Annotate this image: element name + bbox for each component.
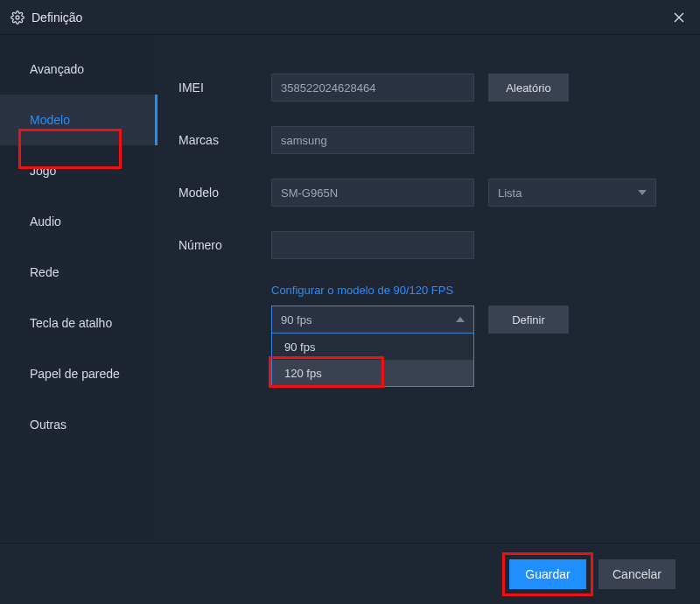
sidebar-item-shortcut[interactable]: Tecla de atalho (0, 298, 158, 348)
fps-dropdown-list: 90 fps 120 fps (271, 334, 474, 387)
footer: Guardar Cancelar (0, 543, 700, 604)
sidebar-item-model[interactable]: Modelo (0, 95, 158, 145)
imei-label: IMEI (178, 81, 271, 95)
model-label: Modelo (178, 186, 271, 200)
save-button[interactable]: Guardar (509, 559, 586, 589)
row-model: Modelo Lista (178, 166, 682, 219)
fps-option-label: 120 fps (284, 367, 322, 380)
number-label: Número (178, 238, 271, 252)
sidebar-item-label: Audio (30, 214, 61, 228)
define-button[interactable]: Definir (488, 306, 569, 334)
sidebar-item-other[interactable]: Outras (0, 399, 158, 450)
row-brand: Marcas (178, 114, 682, 166)
sidebar-item-label: Jogo (30, 164, 56, 178)
fps-config-link[interactable]: Configurar o modelo de 90/120 FPS (271, 284, 682, 297)
sidebar-item-label: Rede (30, 265, 59, 279)
fps-option-120[interactable]: 120 fps (272, 360, 473, 386)
chevron-up-icon (456, 317, 465, 322)
sidebar-item-label: Outras (30, 418, 66, 432)
fps-selected-label: 90 fps (281, 313, 312, 327)
fps-option-label: 90 fps (284, 341, 315, 354)
cancel-button[interactable]: Cancelar (598, 559, 676, 589)
chevron-down-icon (638, 190, 647, 195)
sidebar-item-label: Papel de parede (30, 367, 120, 381)
fps-option-90[interactable]: 90 fps (272, 334, 473, 360)
model-list-label: Lista (498, 186, 522, 200)
window-title: Definição (32, 11, 82, 25)
sidebar-item-network[interactable]: Rede (0, 247, 158, 298)
sidebar-item-game[interactable]: Jogo (0, 145, 158, 196)
main-panel: IMEI Aleatório Marcas Modelo Lista (158, 35, 700, 543)
model-list-select[interactable]: Lista (488, 179, 656, 207)
fps-dropdown: 90 fps 90 fps 120 fps (271, 306, 474, 387)
sidebar-item-audio[interactable]: Audio (0, 196, 158, 247)
brand-input[interactable] (271, 126, 474, 154)
sidebar-item-advanced[interactable]: Avançado (0, 44, 158, 95)
close-icon[interactable] (668, 7, 690, 28)
sidebar-item-label: Tecla de atalho (30, 316, 112, 330)
imei-input[interactable] (271, 74, 474, 102)
settings-window: Definição Avançado Modelo Jogo Audio Red… (0, 0, 700, 604)
sidebar: Avançado Modelo Jogo Audio Rede Tecla de… (0, 35, 158, 543)
model-input[interactable] (271, 179, 474, 207)
row-imei: IMEI Aleatório (178, 61, 682, 114)
fps-block: 90 fps 90 fps 120 fps Definir (271, 306, 682, 387)
random-button[interactable]: Aleatório (488, 74, 569, 102)
titlebar: Definição (0, 0, 700, 35)
gear-icon (10, 11, 24, 25)
body: Avançado Modelo Jogo Audio Rede Tecla de… (0, 35, 700, 543)
number-input[interactable] (271, 231, 474, 259)
svg-point-0 (16, 16, 19, 19)
fps-dropdown-selected[interactable]: 90 fps (271, 306, 474, 334)
row-number: Número (178, 219, 682, 271)
sidebar-item-label: Modelo (30, 113, 70, 127)
sidebar-item-wallpaper[interactable]: Papel de parede (0, 348, 158, 399)
sidebar-item-label: Avançado (30, 62, 84, 76)
brand-label: Marcas (178, 133, 271, 147)
